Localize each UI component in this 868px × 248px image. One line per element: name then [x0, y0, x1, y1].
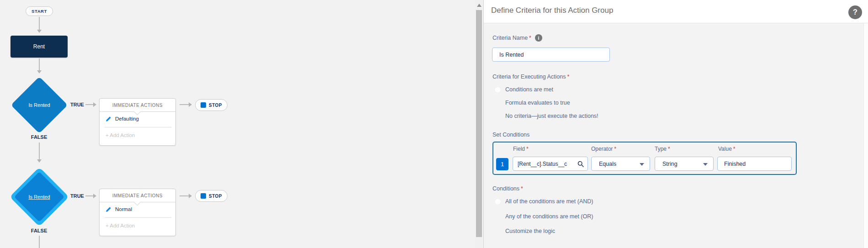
- true-branch-label: TRUE: [70, 193, 84, 199]
- field-value: [Rent__c].Status__c: [518, 161, 567, 167]
- arrowhead-right-icon: [93, 194, 96, 198]
- connector-line: [39, 236, 40, 248]
- radio-label: All of the conditions are met (AND): [505, 198, 593, 205]
- option-conditions-are-met[interactable]: Conditions are met: [495, 86, 553, 93]
- type-value: String: [662, 161, 677, 167]
- pencil-icon: [106, 116, 112, 122]
- stop-square-icon: [201, 193, 206, 199]
- column-label: Value: [718, 146, 732, 152]
- required-asterisk: *: [614, 146, 616, 152]
- radio-label: Conditions are met: [505, 86, 553, 93]
- option-any-conditions-or[interactable]: Any of the conditions are met (OR): [495, 213, 593, 220]
- immediate-actions-card-2: IMMEDIATE ACTIONS Normal + Add Action: [99, 189, 176, 236]
- conditions-label: Conditions: [492, 185, 519, 192]
- column-label: Operator: [591, 146, 613, 152]
- radio-label: No criteria—just execute the actions!: [505, 113, 598, 119]
- stop-label: STOP: [209, 194, 222, 199]
- executing-actions-label: Criteria for Executing Actions: [492, 74, 566, 80]
- radio-label: Customize the logic: [505, 228, 555, 234]
- connector-line: [39, 142, 40, 160]
- required-asterisk: *: [668, 146, 670, 152]
- divider: [105, 217, 171, 218]
- column-header-type: Type *: [655, 146, 670, 152]
- radio-button[interactable]: [495, 228, 501, 234]
- connector-line: [85, 104, 93, 105]
- arrowhead-right-icon: [189, 102, 192, 107]
- process-canvas: START Rent Is Rented TRUE IMMEDIATE ACTI…: [0, 0, 475, 248]
- criteria-name-label-row: Criteria Name * i: [492, 34, 542, 42]
- radio-button[interactable]: [495, 214, 501, 220]
- arrowhead-right-icon: [93, 102, 96, 107]
- arrowhead-down-icon: [37, 70, 42, 74]
- column-label: Field: [513, 146, 525, 152]
- required-asterisk: *: [521, 185, 523, 192]
- radio-button[interactable]: [495, 100, 501, 106]
- stop-node-2: STOP: [195, 190, 228, 202]
- false-branch-label: FALSE: [11, 134, 68, 140]
- required-asterisk: *: [529, 35, 531, 41]
- pencil-icon: [106, 206, 112, 212]
- executing-actions-label-row: Criteria for Executing Actions *: [492, 74, 569, 80]
- decision-1-label: Is Rented: [11, 85, 68, 125]
- stop-square-icon: [201, 102, 206, 108]
- operator-value: Equals: [599, 161, 616, 167]
- chevron-down-icon: [640, 163, 644, 166]
- operator-select[interactable]: Equals: [591, 157, 650, 171]
- true-branch-label: TRUE: [70, 102, 84, 107]
- connector-line: [39, 17, 40, 30]
- connector-line: [180, 195, 189, 196]
- add-action-button[interactable]: + Add Action: [106, 223, 135, 228]
- add-action-button[interactable]: + Add Action: [106, 132, 135, 138]
- immediate-actions-card-1: IMMEDIATE ACTIONS Defaulting + Add Actio…: [99, 98, 176, 146]
- value-input[interactable]: Finished: [717, 157, 792, 171]
- connector-line: [85, 195, 93, 196]
- stop-node-1: STOP: [195, 99, 228, 111]
- condition-row-number-badge: 1: [496, 158, 508, 170]
- connector-line: [39, 58, 40, 71]
- false-branch-label: FALSE: [11, 228, 68, 233]
- connector-line: [180, 104, 189, 105]
- search-icon[interactable]: [577, 161, 584, 167]
- option-no-criteria[interactable]: No criteria—just execute the actions!: [495, 113, 598, 119]
- column-header-value: Value *: [718, 146, 736, 152]
- radio-label: Formula evaluates to true: [505, 100, 570, 106]
- option-all-conditions-and[interactable]: All of the conditions are met (AND): [495, 198, 593, 205]
- type-select[interactable]: String: [655, 157, 714, 171]
- help-icon[interactable]: ?: [848, 5, 862, 19]
- column-header-field: Field *: [513, 146, 529, 152]
- option-formula-evaluates[interactable]: Formula evaluates to true: [495, 100, 570, 106]
- radio-label: Any of the conditions are met (OR): [505, 213, 593, 220]
- column-label: Type: [655, 146, 667, 152]
- field-lookup-input[interactable]: [Rent__c].Status__c: [513, 157, 588, 171]
- radio-button[interactable]: [495, 113, 501, 119]
- required-asterisk: *: [733, 146, 736, 152]
- conditions-label-row: Conditions *: [492, 185, 523, 192]
- scrollbar-up-arrow-icon[interactable]: [477, 4, 482, 7]
- required-asterisk: *: [567, 74, 570, 80]
- set-conditions-label: Set Conditions: [492, 132, 529, 138]
- action-item-defaulting[interactable]: Defaulting: [106, 116, 139, 122]
- option-customize-logic[interactable]: Customize the logic: [495, 228, 555, 234]
- radio-button[interactable]: [495, 199, 501, 205]
- start-node: START: [26, 6, 53, 16]
- stop-label: STOP: [209, 103, 222, 108]
- required-asterisk: *: [526, 146, 529, 152]
- info-icon[interactable]: i: [535, 34, 542, 42]
- arrowhead-down-icon: [37, 30, 42, 33]
- arrowhead-down-icon: [37, 159, 42, 163]
- divider: [105, 127, 171, 127]
- criteria-name-input[interactable]: Is Rented: [492, 47, 610, 62]
- column-header-operator: Operator *: [591, 146, 616, 152]
- panel-title: Define Criteria for this Action Group: [491, 6, 613, 15]
- criteria-name-label: Criteria Name: [492, 35, 528, 41]
- trigger-node-rent[interactable]: Rent: [11, 36, 68, 58]
- decision-2-label[interactable]: Is Rented: [11, 176, 68, 218]
- arrowhead-right-icon: [189, 194, 192, 198]
- panel-gutter: [863, 0, 868, 248]
- action-label[interactable]: Normal: [115, 206, 132, 212]
- chevron-down-icon: [703, 163, 708, 166]
- action-item-normal[interactable]: Normal: [106, 206, 132, 212]
- scrollbar-thumb[interactable]: [476, 10, 482, 237]
- action-label[interactable]: Defaulting: [115, 116, 139, 121]
- radio-button[interactable]: [495, 87, 501, 93]
